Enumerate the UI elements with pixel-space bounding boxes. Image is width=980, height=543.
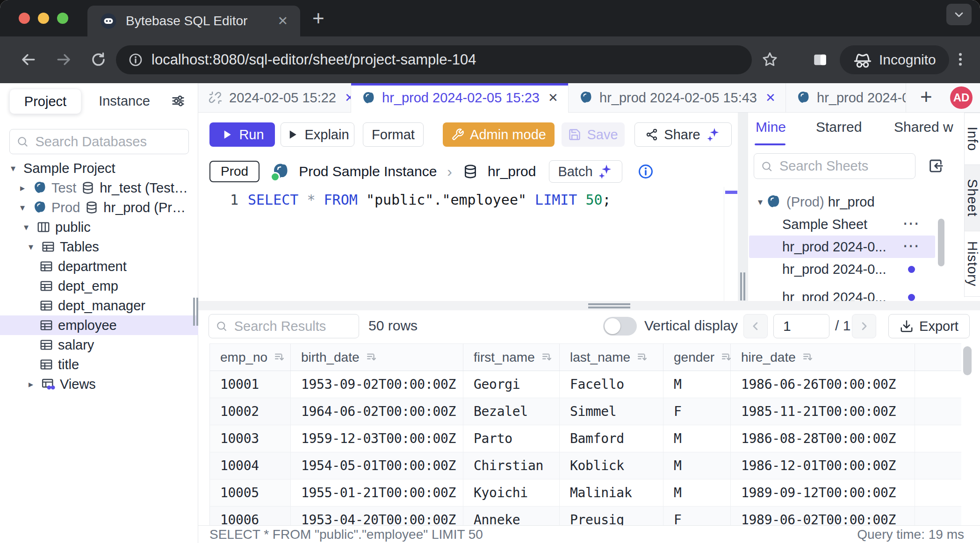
sheet-scrollbar-thumb[interactable] (938, 219, 944, 266)
vertical-display-toggle[interactable] (603, 317, 637, 336)
window-minimize-button[interactable] (38, 13, 49, 24)
sheet-group[interactable]: ▾(Prod) hr_prod (748, 191, 964, 213)
column-header[interactable]: first_name (463, 344, 560, 371)
info-icon[interactable] (637, 163, 654, 180)
site-info-icon[interactable] (128, 52, 143, 67)
close-browser-tab-icon[interactable]: ✕ (277, 14, 288, 29)
tree-item-label: dept_manager (58, 298, 145, 314)
save-button[interactable]: Save (562, 122, 625, 147)
sheet-item[interactable]: hr_prod 2024-0...⋯ (749, 236, 935, 258)
page-number-input[interactable] (773, 314, 829, 338)
side-tab-label: Sheet (965, 179, 980, 217)
share-button[interactable]: Share (634, 122, 732, 147)
next-page-button[interactable] (852, 314, 876, 338)
tab-search-chevron-button[interactable] (946, 4, 972, 25)
results-splitter[interactable] (198, 301, 980, 310)
editor-tab[interactable]: 2024-02-05 15:22✕ (198, 83, 351, 112)
export-button[interactable]: Export (888, 314, 970, 338)
admin-mode-button[interactable]: Admin mode (443, 122, 555, 147)
editor-minimap[interactable] (724, 187, 738, 301)
column-header[interactable]: hire_date (731, 344, 915, 371)
batch-button[interactable]: Batch (549, 160, 622, 183)
table-row[interactable]: 100011953-09-02T00:00:00ZGeorgiFacelloM1… (210, 371, 961, 398)
tree-item[interactable]: employee (0, 315, 198, 335)
splitter-handle[interactable] (740, 272, 746, 300)
tab-mine[interactable]: Mine (756, 119, 786, 135)
tree-item[interactable]: title (0, 355, 198, 374)
table-icon (39, 318, 53, 332)
column-header[interactable]: emp_no (210, 344, 291, 371)
tab-instance[interactable]: Instance (93, 89, 156, 113)
sql-editor[interactable]: 1 SELECT * FROM "public"."employee" LIMI… (198, 187, 724, 301)
tree-item[interactable]: ▾Tables (0, 237, 198, 257)
sheet-item[interactable]: hr_prod 2024-0... (748, 286, 964, 301)
search-databases-input[interactable] (34, 134, 182, 150)
column-header[interactable]: gender (663, 344, 731, 371)
back-button[interactable] (20, 51, 37, 70)
format-button[interactable]: Format (363, 122, 424, 147)
side-tab-info[interactable]: Info (965, 113, 980, 165)
table-icon (39, 259, 53, 273)
sheet-item[interactable]: Sample Sheet⋯ (748, 213, 964, 236)
url-bar[interactable]: localhost:8080/sql-editor/sheet/project-… (116, 45, 752, 74)
table-row[interactable]: 100061953-04-20T00:00:00ZAnnekePreusigF1… (210, 507, 961, 525)
more-menu-icon[interactable]: ⋯ (902, 236, 920, 256)
tree-item[interactable]: ▾Sample Project (0, 158, 198, 178)
forward-button[interactable] (55, 51, 72, 70)
database-name[interactable]: hr_prod (488, 164, 536, 179)
cell: M (663, 479, 731, 506)
editor-tab[interactable]: hr_prod 2024-0 (786, 83, 906, 112)
explain-button[interactable]: Explain (281, 122, 354, 147)
table-row[interactable]: 100051955-01-21T00:00:00ZKyoichiMaliniak… (210, 479, 961, 507)
tree-item-label: department (58, 259, 127, 274)
tree-item[interactable]: ▾public (0, 217, 198, 237)
column-label: hire_date (741, 350, 796, 365)
window-close-button[interactable] (19, 13, 30, 24)
cell: 10006 (210, 507, 291, 525)
new-sheet-tab-button[interactable]: + (920, 85, 932, 108)
cell: 1986-06-26T00:00:00Z (731, 371, 915, 398)
browser-tab[interactable]: Bytebase SQL Editor ✕ (87, 6, 300, 36)
tree-item[interactable]: ▸Views (0, 374, 198, 394)
reload-button[interactable] (90, 51, 107, 70)
tree-item[interactable]: salary (0, 335, 198, 355)
instance-name[interactable]: Prod Sample Instance (299, 164, 437, 179)
panel-splitter[interactable] (738, 113, 748, 301)
tab-shared[interactable]: Shared w (894, 119, 953, 135)
prev-page-button[interactable] (743, 314, 768, 338)
close-tab-icon[interactable]: ✕ (765, 91, 776, 105)
more-menu-icon[interactable]: ⋯ (902, 214, 920, 233)
tree-item[interactable]: department (0, 257, 198, 276)
side-tab-sheet[interactable]: Sheet (965, 165, 980, 231)
avatar[interactable]: AD (950, 86, 973, 109)
table-row[interactable]: 100031959-12-03T00:00:00ZPartoBamfordM19… (210, 425, 961, 452)
import-sheet-icon[interactable] (928, 158, 944, 176)
editor-tab[interactable]: hr_prod 2024-02-05 15:23✕ (351, 83, 569, 113)
tree-item[interactable]: ▸Testhr_test (Test… (0, 178, 198, 198)
side-panel-icon[interactable] (812, 51, 829, 70)
close-tab-icon[interactable]: ✕ (548, 91, 558, 105)
table-row[interactable]: 100021964-06-02T00:00:00ZBezalelSimmelF1… (210, 398, 961, 425)
sheet-item[interactable]: hr_prod 2024-0... (748, 258, 964, 280)
close-tab-icon[interactable]: ✕ (345, 91, 351, 105)
filter-settings-button[interactable] (171, 93, 186, 110)
table-scrollbar-thumb[interactable] (963, 346, 972, 375)
column-header[interactable]: birth_date (291, 344, 463, 371)
search-results-input[interactable] (233, 318, 352, 335)
side-tab-history[interactable]: History (965, 231, 980, 297)
bookmark-star-icon[interactable] (761, 51, 778, 70)
window-zoom-button[interactable] (57, 13, 68, 24)
browser-menu-button[interactable] (952, 51, 969, 70)
tab-starred[interactable]: Starred (816, 119, 862, 135)
run-button[interactable]: Run (209, 122, 275, 147)
table-row[interactable]: 100041954-05-01T00:00:00ZChirstianKoblic… (210, 452, 961, 479)
editor-tab[interactable]: hr_prod 2024-02-05 15:43✕ (569, 83, 786, 112)
new-browser-tab-button[interactable]: + (312, 7, 324, 30)
search-sheets-input[interactable] (778, 158, 908, 174)
tree-item[interactable]: ▾Prodhr_prod (Pr… (0, 198, 198, 217)
tree-item[interactable]: dept_manager (0, 296, 198, 315)
tree-item[interactable]: dept_emp (0, 276, 198, 296)
ai-sparkle-icon[interactable] (706, 127, 721, 142)
tab-project[interactable]: Project (9, 89, 81, 114)
column-header[interactable]: last_name (560, 344, 663, 371)
